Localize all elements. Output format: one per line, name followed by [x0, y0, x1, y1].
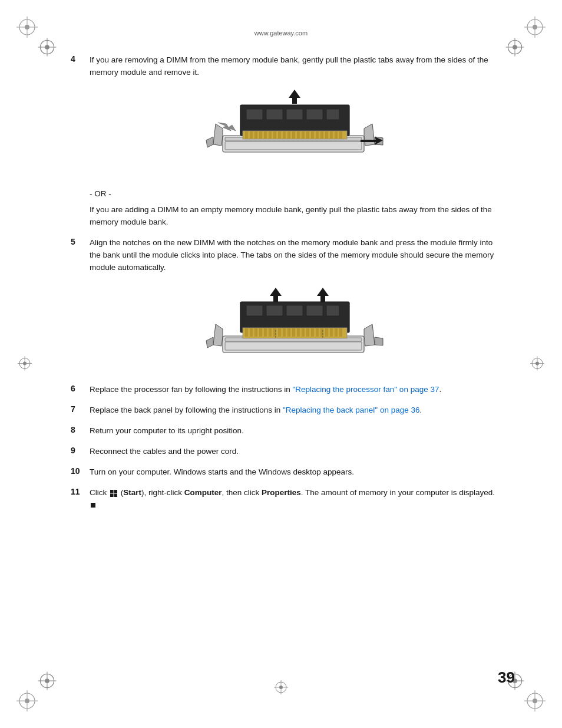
svg-rect-93 — [311, 328, 314, 337]
step-6-text: Replace the processor fan by following t… — [90, 384, 503, 396]
svg-rect-104 — [326, 305, 339, 316]
computer-label: Computer — [184, 488, 222, 497]
svg-rect-95 — [320, 328, 323, 337]
svg-rect-48 — [259, 131, 262, 139]
svg-rect-67 — [266, 109, 283, 120]
step-11-text: Click (Start), right-click Computer, the… — [90, 487, 503, 512]
step-8-number: 8 — [71, 425, 90, 434]
svg-rect-42 — [225, 141, 362, 150]
corner-mark-tl — [16, 17, 38, 38]
start-label: Start — [123, 488, 141, 497]
step-8: 8 Return your computer to its upright po… — [71, 425, 503, 437]
svg-rect-92 — [306, 328, 309, 337]
inner-corner-mark-tl — [37, 37, 58, 58]
step-7: 7 Replace the back panel by following th… — [71, 404, 503, 417]
dimm-removal-image — [90, 88, 503, 180]
svg-rect-54 — [287, 131, 290, 139]
svg-rect-64 — [335, 131, 338, 139]
step-10-number: 10 — [71, 466, 90, 476]
page: www.gateway.com 4 If you are removing a … — [0, 0, 562, 728]
svg-rect-96 — [325, 328, 328, 337]
svg-rect-52 — [278, 131, 281, 139]
svg-rect-94 — [316, 328, 319, 337]
or-text-content: - OR - — [90, 189, 111, 198]
or-divider: - OR - — [90, 189, 503, 198]
step-5-text: Align the notches on the new DIMM with t… — [90, 237, 503, 274]
inner-corner-mark-bl — [37, 670, 58, 691]
svg-rect-58 — [306, 131, 309, 139]
svg-rect-62 — [325, 131, 328, 139]
dimm-insertion-svg — [205, 283, 388, 374]
svg-rect-69 — [306, 109, 323, 120]
step-4-text: If you are removing a DIMM from the memo… — [90, 54, 503, 79]
svg-rect-51 — [273, 131, 276, 139]
step-7-text: Replace the back panel by following the … — [90, 404, 503, 417]
svg-rect-87 — [283, 328, 286, 337]
svg-rect-109 — [110, 490, 114, 493]
step-11-number: 11 — [71, 487, 90, 496]
url-text: www.gateway.com — [254, 29, 308, 37]
page-number: 39 — [498, 668, 515, 687]
svg-marker-71 — [289, 90, 300, 104]
svg-rect-66 — [246, 109, 263, 120]
svg-rect-103 — [306, 305, 323, 316]
svg-rect-85 — [273, 328, 276, 337]
or-paragraph: If you are adding a DIMM to an empty mem… — [90, 204, 503, 229]
svg-rect-63 — [330, 131, 333, 139]
svg-rect-55 — [292, 131, 295, 139]
svg-rect-83 — [264, 328, 267, 337]
svg-rect-50 — [269, 131, 272, 139]
header-url: www.gateway.com — [35, 29, 527, 37]
svg-rect-59 — [311, 131, 314, 139]
step-8-text: Return your computer to its upright posi… — [90, 425, 503, 437]
inner-corner-mark-tr — [504, 37, 525, 58]
step-9-number: 9 — [71, 446, 90, 455]
windows-logo-icon — [110, 489, 118, 498]
svg-rect-49 — [264, 131, 267, 139]
svg-rect-80 — [250, 328, 253, 337]
svg-rect-91 — [302, 328, 305, 337]
svg-rect-82 — [259, 328, 262, 337]
svg-rect-84 — [269, 328, 272, 337]
svg-rect-53 — [283, 131, 286, 139]
svg-rect-46 — [250, 131, 253, 139]
svg-rect-60 — [316, 131, 319, 139]
dimm-removal-svg — [205, 88, 388, 180]
or-paragraph-text: If you are adding a DIMM to an empty mem… — [90, 205, 492, 226]
end-of-procedure-marker — [91, 503, 95, 508]
svg-rect-45 — [245, 131, 248, 139]
step-5-number: 5 — [71, 237, 90, 246]
step-7-number: 7 — [71, 404, 90, 414]
step-9: 9 Reconnect the cables and the power cor… — [71, 446, 503, 458]
step-6-link[interactable]: "Replacing the processor fan" on page 37 — [292, 385, 439, 394]
svg-rect-110 — [114, 490, 118, 493]
properties-label: Properties — [262, 488, 301, 497]
svg-rect-99 — [339, 328, 342, 337]
svg-rect-90 — [297, 328, 300, 337]
svg-rect-88 — [287, 328, 290, 337]
svg-rect-112 — [114, 493, 118, 497]
step-7-link[interactable]: "Replacing the back panel" on page 36 — [283, 406, 420, 414]
corner-mark-tr — [524, 17, 546, 38]
svg-rect-70 — [326, 109, 339, 120]
content-area: 4 If you are removing a DIMM from the me… — [71, 54, 503, 512]
svg-rect-65 — [339, 131, 342, 139]
svg-rect-97 — [330, 328, 333, 337]
side-mark-left — [16, 355, 33, 373]
svg-rect-100 — [246, 305, 263, 316]
corner-mark-bl — [16, 690, 38, 711]
step-6-number: 6 — [71, 384, 90, 393]
step-4: 4 If you are removing a DIMM from the me… — [71, 54, 503, 79]
step-4-number: 4 — [71, 54, 90, 64]
svg-rect-98 — [335, 328, 338, 337]
svg-marker-107 — [270, 288, 282, 302]
svg-rect-81 — [254, 328, 257, 337]
svg-rect-101 — [266, 305, 283, 316]
svg-rect-102 — [286, 305, 303, 316]
step-10: 10 Turn on your computer. Windows starts… — [71, 466, 503, 479]
svg-rect-79 — [245, 328, 248, 337]
step-9-text: Reconnect the cables and the power cord. — [90, 446, 503, 458]
svg-rect-47 — [254, 131, 257, 139]
svg-rect-111 — [110, 493, 114, 497]
svg-rect-57 — [302, 131, 305, 139]
